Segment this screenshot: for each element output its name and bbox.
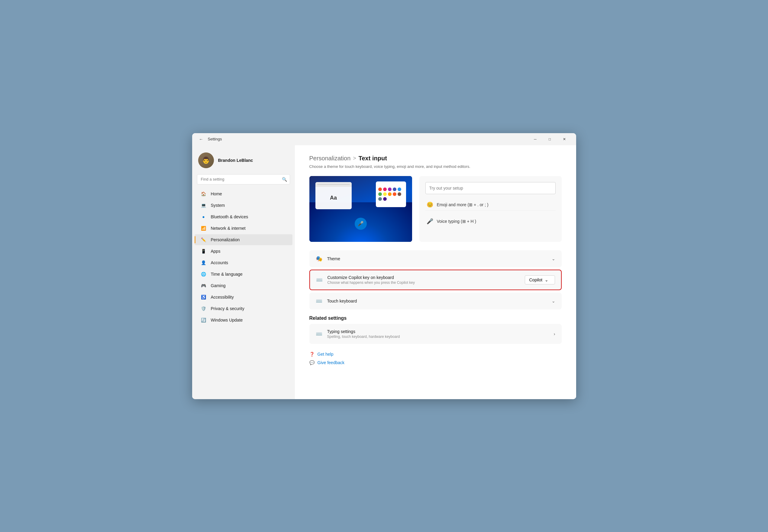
theme-row[interactable]: 🎭 Theme ⌄ [309, 250, 562, 267]
avatar-image: 👨 [198, 152, 214, 168]
mock-kb-body: Aa [315, 187, 352, 209]
settings-window: ← Settings ─ □ ✕ 👨 Brandon LeBlanc 🔍 🏠 [192, 133, 576, 399]
typing-settings-chevron-icon: › [554, 332, 555, 336]
user-name: Brandon LeBlanc [218, 158, 253, 163]
sidebar-item-privacy[interactable]: 🛡️ Privacy & security [194, 303, 292, 314]
settings-section-touch-keyboard: ⌨️ Touch keyboard ⌄ [309, 293, 562, 309]
copilot-dropdown-chevron-icon: ⌄ [545, 277, 548, 282]
preview-area: Aa [309, 176, 562, 242]
touch-keyboard-row[interactable]: ⌨️ Touch keyboard ⌄ [309, 293, 562, 309]
breadcrumb: Personalization > Text input [309, 155, 562, 162]
preview-screenshot: Aa [309, 176, 412, 242]
copilot-row-title: Customize Copilot key on keyboard [327, 275, 525, 280]
mock-voice-button: 🎤 [355, 218, 367, 230]
sidebar-item-label-home: Home [211, 191, 222, 196]
tryout-emoji-option: 😊 Emoji and more (⊞ + . or ; ) [426, 199, 556, 211]
sidebar-item-network[interactable]: 📶 Network & internet [194, 223, 292, 234]
touch-keyboard-row-title: Touch keyboard [327, 299, 552, 303]
settings-section-theme: 🎭 Theme ⌄ [309, 250, 562, 267]
home-icon: 🏠 [201, 191, 207, 197]
touch-keyboard-icon: ⌨️ [316, 298, 322, 304]
apps-icon: 📱 [201, 248, 207, 254]
mock-colorpicker [376, 181, 406, 207]
sidebar-item-label-bluetooth: Bluetooth & devices [211, 214, 248, 219]
theme-row-title: Theme [327, 256, 552, 261]
personalization-icon: ✏️ [201, 237, 207, 243]
copilot-row-subtitle: Choose what happens when you press the C… [327, 280, 525, 285]
touch-keyboard-chevron-icon: ⌄ [552, 299, 555, 303]
time-icon: 🌐 [201, 271, 207, 277]
windows-update-icon: 🔄 [201, 317, 207, 323]
give-feedback-label: Give feedback [317, 360, 345, 365]
close-button[interactable]: ✕ [558, 134, 571, 144]
page-subtitle: Choose a theme for touch keyboard, voice… [309, 164, 562, 169]
main-content: Personalization > Text input Choose a th… [295, 145, 576, 399]
copilot-row-action: Copilot ⌄ [525, 275, 555, 284]
breadcrumb-separator: > [353, 155, 356, 162]
keyboard-icon: ⌨️ [316, 277, 323, 283]
typing-settings-title: Typing settings [327, 329, 554, 334]
back-button[interactable]: ← [197, 135, 205, 143]
sidebar-item-label-time: Time & language [211, 272, 243, 277]
give-feedback-icon: 💬 [309, 360, 314, 365]
sidebar-item-label-system: System [211, 203, 225, 208]
user-profile[interactable]: 👨 Brandon LeBlanc [192, 148, 295, 174]
tryout-voice-label: Voice typing (⊞ + H ) [437, 219, 477, 224]
sidebar-item-personalization-wrapper: ✏️ Personalization [194, 234, 292, 245]
get-help-icon: ❓ [309, 352, 314, 357]
tryout-input[interactable] [426, 182, 556, 194]
theme-icon: 🎭 [316, 255, 322, 262]
sidebar-item-windows-update[interactable]: 🔄 Windows Update [194, 315, 292, 325]
sidebar-item-label-network: Network & internet [211, 226, 246, 231]
typing-settings-row[interactable]: ⌨️ Typing settings Spelling, touch keybo… [309, 324, 562, 344]
privacy-icon: 🛡️ [201, 306, 207, 312]
sidebar-item-label-windows-update: Windows Update [211, 318, 243, 322]
get-help-link[interactable]: ❓ Get help [309, 350, 562, 358]
accounts-icon: 👤 [201, 260, 207, 266]
typing-settings-icon: ⌨️ [316, 331, 322, 337]
sidebar-item-accounts[interactable]: 👤 Accounts [194, 257, 292, 268]
minimize-button[interactable]: ─ [529, 134, 542, 144]
sidebar-item-time[interactable]: 🌐 Time & language [194, 269, 292, 280]
copilot-row-content: Customize Copilot key on keyboard Choose… [327, 275, 525, 285]
gaming-icon: 🎮 [201, 283, 207, 289]
sidebar-item-home[interactable]: 🏠 Home [194, 188, 292, 199]
voice-icon: 🎤 [427, 218, 433, 225]
sidebar-item-system[interactable]: 💻 System [194, 200, 292, 211]
breadcrumb-parent[interactable]: Personalization [309, 155, 351, 162]
sidebar-item-apps[interactable]: 📱 Apps [194, 246, 292, 257]
search-box: 🔍 [197, 174, 290, 184]
tryout-voice-option: 🎤 Voice typing (⊞ + H ) [426, 216, 556, 227]
sidebar: 👨 Brandon LeBlanc 🔍 🏠 Home 💻 System ● Bl… [192, 145, 295, 399]
sidebar-item-label-privacy: Privacy & security [211, 306, 244, 311]
window-controls: ─ □ ✕ [529, 134, 571, 144]
sidebar-item-label-accessibility: Accessibility [211, 295, 234, 300]
keyboard-preview: Aa [309, 176, 412, 242]
theme-row-content: Theme [327, 256, 552, 261]
sidebar-item-label-apps: Apps [211, 249, 220, 254]
tryout-emoji-label: Emoji and more (⊞ + . or ; ) [437, 202, 489, 207]
give-feedback-link[interactable]: 💬 Give feedback [309, 358, 562, 367]
sidebar-item-personalization[interactable]: ✏️ Personalization [194, 234, 292, 245]
sidebar-item-label-personalization: Personalization [211, 237, 240, 242]
sidebar-item-label-gaming: Gaming [211, 283, 226, 288]
mock-kb-top [315, 182, 352, 187]
maximize-button[interactable]: □ [543, 134, 557, 144]
titlebar-title: Settings [208, 137, 529, 141]
sidebar-item-accessibility[interactable]: ♿ Accessibility [194, 292, 292, 303]
accessibility-icon: ♿ [201, 294, 207, 300]
search-input[interactable] [197, 174, 290, 184]
sidebar-item-label-accounts: Accounts [211, 260, 228, 265]
copilot-row[interactable]: ⌨️ Customize Copilot key on keyboard Cho… [309, 270, 562, 290]
related-settings-section: Related settings ⌨️ Typing settings Spel… [309, 316, 562, 344]
sidebar-item-gaming[interactable]: 🎮 Gaming [194, 280, 292, 291]
help-links-section: ❓ Get help 💬 Give feedback [309, 350, 562, 367]
copilot-dropdown[interactable]: Copilot ⌄ [525, 275, 555, 284]
emoji-icon: 😊 [427, 201, 433, 208]
breadcrumb-current: Text input [358, 155, 387, 162]
sidebar-item-bluetooth[interactable]: ● Bluetooth & devices [194, 211, 292, 222]
network-icon: 📶 [201, 225, 207, 231]
tryout-panel: 😊 Emoji and more (⊞ + . or ; ) 🎤 Voice t… [419, 176, 562, 242]
related-title: Related settings [309, 316, 562, 321]
content-area: 👨 Brandon LeBlanc 🔍 🏠 Home 💻 System ● Bl… [192, 145, 576, 399]
